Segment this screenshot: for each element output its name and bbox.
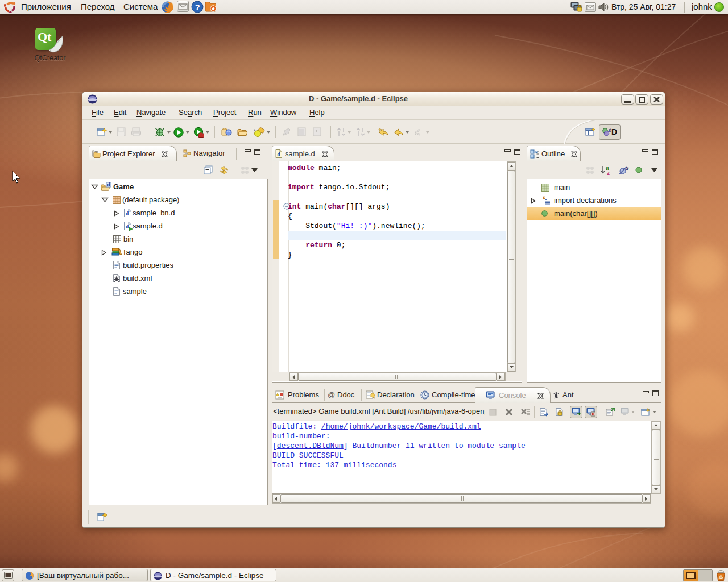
svg-text:z: z bbox=[607, 170, 610, 176]
svg-text:d: d bbox=[107, 182, 110, 188]
svg-text:d: d bbox=[126, 210, 129, 217]
svg-text:s: s bbox=[626, 165, 629, 171]
svg-text:d: d bbox=[126, 223, 129, 230]
svg-text:d: d bbox=[277, 151, 280, 157]
svg-text:¶: ¶ bbox=[316, 128, 319, 135]
svg-text:?: ? bbox=[195, 2, 200, 12]
